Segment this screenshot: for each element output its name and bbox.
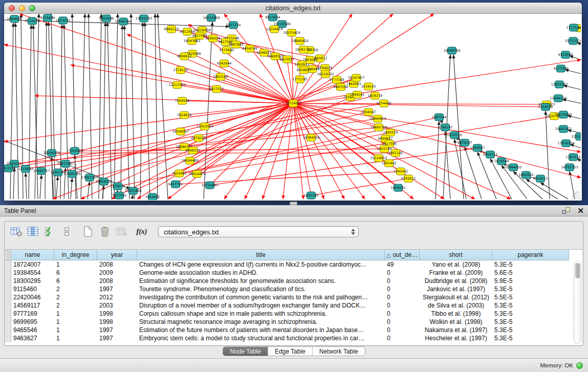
graph-node[interactable]: 15692971 <box>555 125 572 133</box>
graph-node[interactable]: 12103425 <box>571 133 581 140</box>
graph-node[interactable]: 9459312 <box>483 151 498 158</box>
table-cell[interactable]: 0 <box>385 293 420 301</box>
table-cell[interactable]: 2009 <box>97 269 137 277</box>
table-cell[interactable]: Tourette syndrome. Phenomenology and cla… <box>137 285 385 293</box>
column-header-year[interactable]: year <box>97 250 137 260</box>
graph-node[interactable]: 17359928 <box>66 147 83 155</box>
table-cell[interactable]: 2 <box>54 293 97 301</box>
graph-node[interactable]: 9329966 <box>558 51 573 58</box>
table-cell[interactable]: 0 <box>385 326 420 334</box>
graph-node[interactable]: 1092452 <box>394 168 408 175</box>
table-cell[interactable]: 49 <box>385 260 420 269</box>
table-cell[interactable]: Structural magnetic resonance image aver… <box>137 318 385 326</box>
graph-node[interactable]: 17016534 <box>557 140 574 147</box>
graph-node[interactable]: 16914479 <box>188 170 205 178</box>
column-header-title[interactable]: title <box>137 250 385 260</box>
graph-node[interactable]: 18495794 <box>370 124 387 131</box>
table-cell[interactable]: Embryonic stem cells: a model to study s… <box>137 334 385 342</box>
function-builder-button[interactable]: f(x) <box>134 225 149 239</box>
table-cell[interactable]: 2008 <box>97 260 137 269</box>
graph-node[interactable]: 12610155 <box>135 15 152 22</box>
graph-node[interactable]: 1678275 <box>111 183 125 190</box>
graph-node[interactable]: 16210232 <box>317 71 334 78</box>
table-cell[interactable]: 5.3E-5 <box>492 334 569 342</box>
graph-node[interactable]: 9245013 <box>533 175 548 182</box>
graph-node[interactable]: 15751074 <box>564 37 581 45</box>
table-select-dropdown[interactable]: citations_edges.txt <box>158 226 359 237</box>
graph-node[interactable]: 7625402 <box>172 170 187 177</box>
table-cell[interactable]: 1998 <box>97 310 137 318</box>
tab-edge-table[interactable]: Edge Table <box>268 347 312 356</box>
row-height-button[interactable] <box>59 225 75 239</box>
table-cell[interactable]: Jankovic et al. (1997) <box>420 285 492 293</box>
table-cell[interactable]: 2003 <box>97 301 137 310</box>
scrollbar-thumb[interactable] <box>575 263 580 278</box>
table-cell[interactable]: 5.3E-5 <box>492 318 569 326</box>
table-row[interactable]: 946554611997Estimation of the future num… <box>5 326 582 334</box>
graph-node[interactable]: 7594926 <box>175 97 190 104</box>
graph-node[interactable]: 9227349 <box>554 65 569 72</box>
graph-node[interactable]: 9245012 <box>401 175 416 182</box>
citation-network-graph[interactable]: 1664608813107491554941053101901244610545… <box>4 14 581 200</box>
table-cell[interactable]: 6 <box>54 269 97 277</box>
network-canvas[interactable]: 1664608813107491554941053101901244610545… <box>4 14 581 200</box>
graph-node[interactable]: 8813054 <box>266 14 280 21</box>
table-row[interactable]: 1456911722003Disruption of a novel membe… <box>5 301 582 310</box>
graph-node[interactable]: 16033809 <box>203 14 220 21</box>
graph-node[interactable]: 1687544 <box>432 114 447 121</box>
table-cell[interactable]: 9463627 <box>11 334 54 342</box>
table-cell[interactable]: 0 <box>385 310 420 318</box>
table-cell[interactable]: 0 <box>385 318 420 326</box>
graph-node[interactable]: 8454749 <box>243 45 257 52</box>
table-cell[interactable]: 5.9E-5 <box>492 277 569 285</box>
column-checklist-button[interactable] <box>42 225 58 239</box>
graph-node[interactable]: 1771105 <box>293 76 308 83</box>
graph-node[interactable]: 18640910 <box>291 37 308 45</box>
table-cell[interactable]: 19384554 <box>11 269 54 277</box>
graph-node[interactable]: 1679319 <box>447 132 462 139</box>
graph-node[interactable]: 9242844 <box>217 60 232 67</box>
graph-node[interactable]: 12505185 <box>63 170 80 178</box>
table-cell[interactable]: 5.5E-5 <box>492 293 569 301</box>
delete-table-button[interactable] <box>97 225 113 239</box>
graph-node[interactable]: 16869619 <box>369 115 386 122</box>
table-scrollbar[interactable] <box>574 261 581 344</box>
table-cell[interactable]: Tibbo et al. (1998) <box>420 310 492 318</box>
graph-node[interactable]: 16782753 <box>561 164 578 171</box>
table-cell[interactable]: Dudbridge et al. (2008) <box>420 277 492 285</box>
table-cell[interactable]: 0 <box>385 277 420 285</box>
graph-node[interactable]: 2718120 <box>173 67 188 74</box>
graph-node[interactable]: 9155494 <box>40 14 55 21</box>
table-cell[interactable]: 5.6E-5 <box>492 269 569 277</box>
table-cell[interactable]: Corpus callosum shape and size in male p… <box>137 310 385 318</box>
table-cell[interactable]: Nakamura et al. (1997) <box>420 326 492 334</box>
table-cell[interactable]: 14569117 <box>11 301 54 310</box>
panel-splitter-handle[interactable] <box>290 202 297 205</box>
graph-node[interactable]: 8878334 <box>191 135 206 142</box>
table-cell[interactable]: Yano et al. (2008) <box>420 260 492 269</box>
table-cell[interactable]: 2 <box>54 285 97 293</box>
resize-grip[interactable] <box>572 191 580 199</box>
graph-node[interactable]: 18325419 <box>283 29 300 36</box>
column-header-name[interactable]: name <box>11 250 54 260</box>
table-cell[interactable]: 2 <box>54 301 97 310</box>
table-cell[interactable]: 1997 <box>97 285 137 293</box>
graph-node[interactable]: 9154469 <box>377 100 391 107</box>
tab-node-table[interactable]: Node Table <box>223 347 268 356</box>
graph-node[interactable]: 2803144 <box>213 73 228 80</box>
table-cell[interactable]: 1 <box>54 310 97 318</box>
table-row[interactable]: 1872400712008Changes of HCN gene express… <box>5 260 582 269</box>
table-cell[interactable]: Wolkin et al. (1998) <box>420 318 492 326</box>
table-cell[interactable]: 5.3E-5 <box>492 310 569 318</box>
table-cell[interactable]: 1997 <box>97 326 137 334</box>
tab-network-table[interactable]: Network Table <box>312 347 365 356</box>
table-cell[interactable]: 18300295 <box>11 277 54 285</box>
zoom-window-button[interactable] <box>29 5 35 11</box>
window-titlebar[interactable]: citations_edges.txt <box>4 3 582 14</box>
table-cell[interactable]: 0 <box>385 269 420 277</box>
table-columns-button[interactable] <box>26 225 41 239</box>
table-cell[interactable]: 1 <box>54 260 97 269</box>
graph-node[interactable]: 16648784 <box>443 47 460 54</box>
table-cell[interactable]: Disruption of a novel member of a sodium… <box>137 301 385 310</box>
table-cell[interactable]: 2008 <box>97 277 137 285</box>
